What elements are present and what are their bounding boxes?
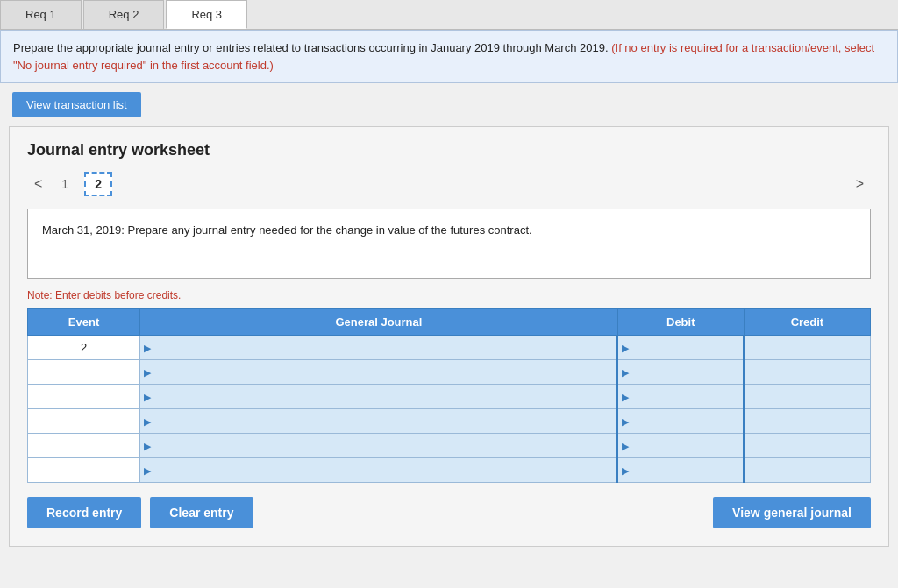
cell-credit-5[interactable] <box>744 434 870 458</box>
pagination: < 1 2 > <box>27 172 871 196</box>
cell-debit-2[interactable]: ▶ <box>617 360 744 385</box>
page-2[interactable]: 2 <box>84 172 112 196</box>
tab-req1[interactable]: Req 1 <box>0 0 82 29</box>
instruction-box: Prepare the appropriate journal entry or… <box>0 30 898 83</box>
tabs-bar: Req 1 Req 2 Req 3 <box>0 0 898 30</box>
cell-debit-1[interactable]: ▶ <box>617 336 744 360</box>
col-header-credit: Credit <box>744 309 870 336</box>
cell-credit-1[interactable] <box>744 336 870 360</box>
cell-debit-5[interactable]: ▶ <box>617 434 744 458</box>
cell-credit-2[interactable] <box>744 360 870 385</box>
actions-row: Record entry Clear entry View general jo… <box>27 497 871 528</box>
cell-credit-4[interactable] <box>744 409 870 434</box>
col-header-journal: General Journal <box>140 309 618 336</box>
record-entry-button[interactable]: Record entry <box>27 497 141 528</box>
cell-journal-6[interactable]: ▶ <box>140 458 618 483</box>
tab-req3[interactable]: Req 3 <box>166 0 247 29</box>
cell-debit-6[interactable]: ▶ <box>617 458 744 483</box>
cell-event-3 <box>28 385 140 409</box>
description-box: March 31, 2019: Prepare any journal entr… <box>27 209 871 279</box>
instruction-text-before: Prepare the appropriate journal entry or… <box>13 41 431 54</box>
cell-credit-6[interactable] <box>744 458 870 483</box>
instruction-date-range: January 2019 through March 2019 <box>431 41 605 54</box>
table-row: ▶ ▶ <box>28 385 871 409</box>
view-transaction-button[interactable]: View transaction list <box>12 92 141 117</box>
cell-event-5 <box>28 434 140 458</box>
col-header-debit: Debit <box>617 309 744 336</box>
cell-credit-3[interactable] <box>744 385 870 409</box>
table-row: ▶ ▶ <box>28 458 871 483</box>
cell-debit-4[interactable]: ▶ <box>617 409 744 434</box>
table-row: ▶ ▶ <box>28 360 871 385</box>
cell-journal-2[interactable]: ▶ <box>140 360 618 385</box>
view-general-journal-button[interactable]: View general journal <box>713 497 871 528</box>
cell-journal-1[interactable]: ▶ <box>140 336 618 360</box>
cell-journal-4[interactable]: ▶ <box>140 409 618 434</box>
cell-event-1: 2 <box>28 336 140 360</box>
cell-journal-3[interactable]: ▶ <box>140 385 618 409</box>
note-text: Note: Enter debits before credits. <box>27 289 871 301</box>
cell-event-2 <box>28 360 140 385</box>
cell-event-6 <box>28 458 140 483</box>
page-prev-arrow[interactable]: < <box>27 173 49 195</box>
page-next-arrow[interactable]: > <box>849 173 871 195</box>
cell-journal-5[interactable]: ▶ <box>140 434 618 458</box>
tab-req2[interactable]: Req 2 <box>83 0 165 29</box>
worksheet-container: Journal entry worksheet < 1 2 > March 31… <box>9 126 889 547</box>
table-row: 2 ▶ ▶ <box>28 336 871 360</box>
table-row: ▶ ▶ <box>28 409 871 434</box>
worksheet-title: Journal entry worksheet <box>27 141 871 159</box>
table-row: ▶ ▶ <box>28 434 871 458</box>
clear-entry-button[interactable]: Clear entry <box>150 497 253 528</box>
page-1[interactable]: 1 <box>53 174 77 195</box>
journal-table: Event General Journal Debit Credit 2 ▶ ▶… <box>27 308 871 483</box>
cell-debit-3[interactable]: ▶ <box>617 385 744 409</box>
cell-event-4 <box>28 409 140 434</box>
col-header-event: Event <box>28 309 140 336</box>
